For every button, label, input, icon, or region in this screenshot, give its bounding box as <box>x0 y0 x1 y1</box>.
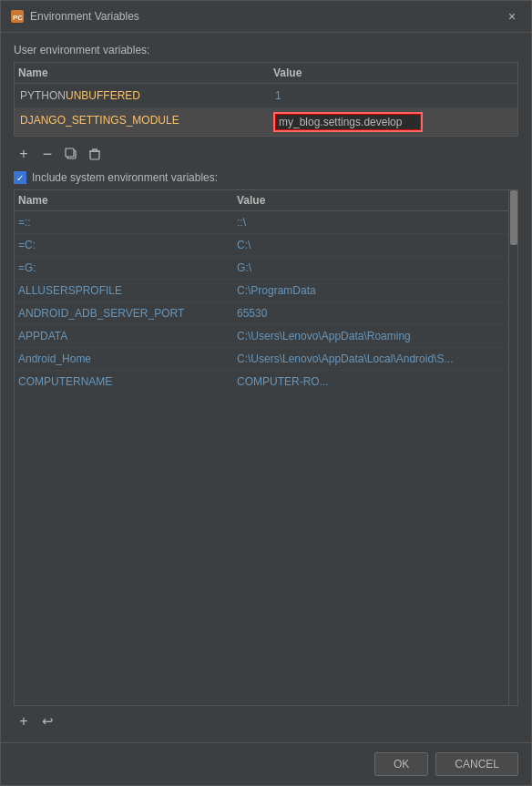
sys-var-value: C:\ <box>237 239 505 251</box>
table-row[interactable]: COMPUTERNAME COMPUTER-RO... <box>15 371 508 393</box>
scrollbar-track[interactable] <box>508 190 517 705</box>
user-table-header: Name Value <box>15 63 517 84</box>
copy-var-button[interactable] <box>61 144 81 164</box>
sys-var-name: COMPUTERNAME <box>18 375 237 388</box>
close-button[interactable]: × <box>502 6 522 26</box>
delete-var-button[interactable] <box>85 144 105 164</box>
editing-value-field[interactable]: my_blog.settings.develop <box>275 114 421 130</box>
sys-var-name: Android_Home <box>18 352 237 365</box>
user-section-label: User environment variables: <box>14 44 518 56</box>
sys-col-value: Value <box>237 194 505 207</box>
system-vars-table[interactable]: Name Value =:: ::\ =C: C:\ =G: G:\ ALLUS… <box>15 190 508 705</box>
user-var-value-1: 1 <box>273 87 514 104</box>
dialog-body: User environment variables: Name Value P… <box>1 33 531 742</box>
sys-var-name: =:: <box>18 216 237 229</box>
svg-text:PC: PC <box>13 14 23 22</box>
svg-rect-4 <box>90 151 99 159</box>
include-system-vars-row: ✓ Include system environment variables: <box>14 171 518 184</box>
sys-var-name: =C: <box>18 239 237 251</box>
table-row[interactable]: =C: C:\ <box>15 234 508 257</box>
include-system-vars-checkbox[interactable]: ✓ <box>14 171 26 184</box>
sys-var-value: G:\ <box>237 261 505 274</box>
sys-var-value: COMPUTER-RO... <box>237 375 505 388</box>
undo-button[interactable]: ↩ <box>37 711 57 731</box>
sys-var-name: APPDATA <box>18 330 237 342</box>
table-row[interactable]: ALLUSERSPROFILE C:\ProgramData <box>15 280 508 302</box>
system-vars-wrapper: Name Value =:: ::\ =C: C:\ =G: G:\ ALLUS… <box>14 189 518 706</box>
remove-var-button[interactable]: − <box>37 144 57 164</box>
user-var-name-1: PYTHONUNBUFFERED <box>18 87 273 104</box>
dialog-footer: OK CANCEL <box>1 742 531 785</box>
title-bar-left: PC Environment Variables <box>10 9 139 24</box>
table-row[interactable]: APPDATA C:\Users\Lenovo\AppData\Roaming <box>15 325 508 348</box>
ok-button[interactable]: OK <box>374 752 428 776</box>
sys-var-name: =G: <box>18 261 237 274</box>
checkbox-check-icon: ✓ <box>16 173 24 183</box>
scrollbar-thumb[interactable] <box>510 190 517 245</box>
table-row[interactable]: =G: G:\ <box>15 257 508 280</box>
user-vars-toolbar: + − <box>14 144 518 164</box>
sys-var-value: C:\ProgramData <box>237 284 505 297</box>
user-vars-table: Name Value PYTHONUNBUFFERED 1 DJANGO_SET… <box>14 62 518 137</box>
sys-var-name: ANDROID_ADB_SERVER_PORT <box>18 307 237 320</box>
dialog-icon: PC <box>10 9 25 24</box>
user-col-name: Name <box>18 66 273 79</box>
table-row[interactable]: Android_Home C:\Users\Lenovo\AppData\Loc… <box>15 348 508 371</box>
table-row[interactable]: PYTHONUNBUFFERED 1 <box>15 84 517 108</box>
sys-var-name: ALLUSERSPROFILE <box>18 284 237 297</box>
table-row[interactable]: DJANGO_SETTINGS_MODULE my_blog.settings.… <box>15 108 517 136</box>
include-system-vars-label: Include system environment variables: <box>32 171 218 184</box>
sys-var-value: ::\ <box>237 216 505 229</box>
title-bar: PC Environment Variables × <box>1 1 531 33</box>
cancel-button[interactable]: CANCEL <box>435 752 518 776</box>
sys-var-value: C:\Users\Lenovo\AppData\Roaming <box>237 330 505 342</box>
sys-var-value: C:\Users\Lenovo\AppData\Local\Android\S.… <box>237 352 505 365</box>
sys-var-value: 65530 <box>237 307 505 320</box>
sys-col-name: Name <box>18 194 237 207</box>
svg-rect-3 <box>66 148 74 157</box>
bottom-toolbar: + ↩ <box>14 706 518 731</box>
table-row[interactable]: =:: ::\ <box>15 211 508 234</box>
user-col-value: Value <box>273 66 517 79</box>
add-var-button[interactable]: + <box>14 144 34 164</box>
add-sys-var-button[interactable]: + <box>14 711 34 731</box>
user-var-value-2: my_blog.settings.develop <box>273 112 514 132</box>
environment-variables-dialog: PC Environment Variables × User environm… <box>0 0 532 786</box>
dialog-title: Environment Variables <box>30 10 139 23</box>
sys-table-header: Name Value <box>15 190 508 211</box>
user-var-name-2: DJANGO_SETTINGS_MODULE <box>18 112 273 132</box>
table-row[interactable]: ANDROID_ADB_SERVER_PORT 65530 <box>15 302 508 325</box>
